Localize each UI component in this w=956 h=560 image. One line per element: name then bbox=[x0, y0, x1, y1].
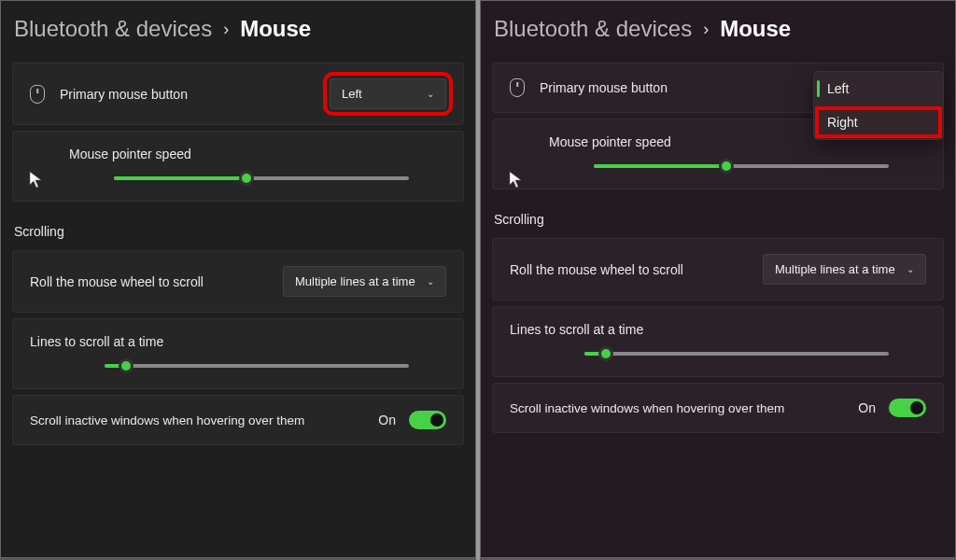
pointer-speed-slider[interactable] bbox=[594, 164, 889, 168]
lines-scroll-card: Lines to scroll at a time bbox=[12, 318, 464, 389]
slider-thumb[interactable] bbox=[719, 159, 734, 174]
slider-thumb[interactable] bbox=[119, 358, 134, 373]
lines-scroll-label: Lines to scroll at a time bbox=[30, 334, 446, 349]
slider-thumb[interactable] bbox=[239, 171, 254, 186]
mouse-icon bbox=[30, 85, 45, 104]
hover-scroll-card: Scroll inactive windows when hovering ov… bbox=[492, 383, 944, 433]
primary-mouse-dropdown[interactable]: Left ⌄ bbox=[330, 78, 446, 109]
settings-panel-closed: Bluetooth & devices › Mouse Primary mous… bbox=[0, 0, 476, 558]
hover-scroll-label: Scroll inactive windows when hovering ov… bbox=[510, 401, 845, 415]
roll-wheel-label: Roll the mouse wheel to scroll bbox=[510, 262, 748, 277]
pointer-speed-slider[interactable] bbox=[114, 176, 409, 180]
chevron-down-icon: ⌄ bbox=[907, 264, 914, 274]
hover-scroll-label: Scroll inactive windows when hovering ov… bbox=[30, 413, 365, 427]
roll-wheel-label: Roll the mouse wheel to scroll bbox=[30, 274, 268, 289]
breadcrumb-current: Mouse bbox=[240, 16, 311, 42]
breadcrumb-parent[interactable]: Bluetooth & devices bbox=[14, 16, 212, 42]
hover-scroll-toggle[interactable] bbox=[409, 411, 446, 429]
roll-wheel-card: Roll the mouse wheel to scroll Multiple … bbox=[12, 250, 464, 313]
mouse-icon bbox=[510, 78, 525, 97]
slider-fill bbox=[114, 176, 246, 180]
settings-panel-open: Bluetooth & devices › Mouse Primary mous… bbox=[480, 0, 956, 558]
hover-scroll-state: On bbox=[378, 413, 396, 427]
hover-scroll-card: Scroll inactive windows when hovering ov… bbox=[12, 395, 464, 445]
dropdown-option-right[interactable]: Right bbox=[814, 105, 943, 139]
scrolling-section-title: Scrolling bbox=[14, 224, 464, 239]
slider-thumb[interactable] bbox=[598, 346, 613, 361]
lines-scroll-card: Lines to scroll at a time bbox=[492, 306, 944, 377]
pointer-speed-card: Mouse pointer speed bbox=[12, 131, 464, 202]
lines-scroll-slider[interactable] bbox=[584, 352, 889, 356]
roll-wheel-value: Multiple lines at a time bbox=[775, 262, 895, 276]
slider-fill bbox=[594, 164, 726, 168]
scrolling-section-title: Scrolling bbox=[494, 212, 944, 227]
roll-wheel-dropdown[interactable]: Multiple lines at a time ⌄ bbox=[763, 254, 926, 285]
hover-scroll-state: On bbox=[858, 400, 876, 415]
primary-mouse-label: Primary mouse button bbox=[60, 87, 315, 102]
pointer-speed-label: Mouse pointer speed bbox=[69, 147, 446, 161]
breadcrumb: Bluetooth & devices › Mouse bbox=[12, 12, 464, 46]
roll-wheel-card: Roll the mouse wheel to scroll Multiple … bbox=[492, 238, 944, 301]
dropdown-option-left[interactable]: Left bbox=[814, 72, 943, 105]
breadcrumb-parent[interactable]: Bluetooth & devices bbox=[494, 16, 692, 42]
hover-scroll-toggle[interactable] bbox=[889, 399, 926, 417]
lines-scroll-label: Lines to scroll at a time bbox=[510, 322, 926, 337]
primary-mouse-dropdown-open[interactable]: Left Right bbox=[813, 71, 944, 140]
primary-mouse-button-card: Primary mouse button Left ⌄ bbox=[12, 63, 464, 125]
breadcrumb: Bluetooth & devices › Mouse bbox=[492, 12, 944, 46]
roll-wheel-dropdown[interactable]: Multiple lines at a time ⌄ bbox=[283, 266, 446, 297]
chevron-down-icon: ⌄ bbox=[427, 89, 434, 99]
chevron-down-icon: ⌄ bbox=[427, 276, 434, 287]
lines-scroll-slider[interactable] bbox=[105, 364, 409, 368]
roll-wheel-value: Multiple lines at a time bbox=[295, 274, 415, 288]
breadcrumb-current: Mouse bbox=[720, 16, 791, 42]
chevron-right-icon: › bbox=[703, 20, 709, 39]
chevron-right-icon: › bbox=[223, 20, 229, 39]
primary-mouse-label: Primary mouse button bbox=[540, 80, 794, 95]
primary-mouse-value: Left bbox=[342, 87, 362, 101]
